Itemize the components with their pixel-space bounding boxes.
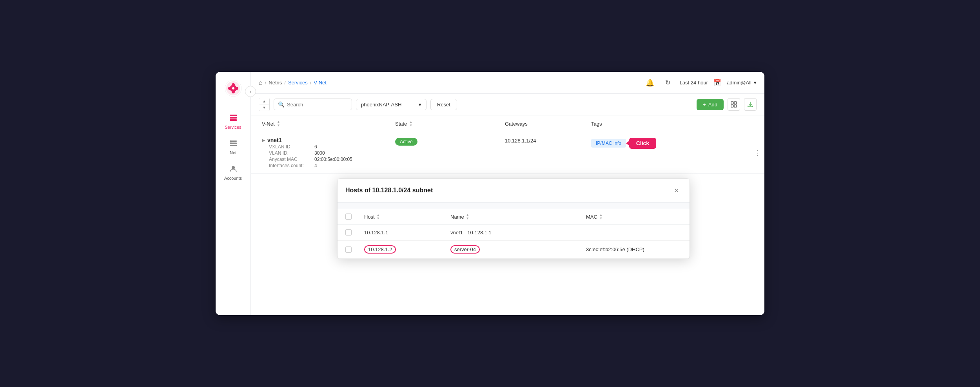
svg-point-15 bbox=[230, 142, 232, 144]
add-label: Add bbox=[708, 102, 717, 108]
modal-td-name-1: vnet1 - 10.128.1.1 bbox=[447, 225, 583, 240]
modal-td-name-2: server-04 bbox=[447, 241, 583, 258]
sidebar-collapse-button[interactable]: › bbox=[245, 86, 256, 97]
row-checkbox-2[interactable] bbox=[345, 246, 352, 253]
modal-th-name-label: Name bbox=[450, 214, 464, 220]
vlan-id-label: VLAN ID: bbox=[269, 150, 312, 156]
calendar-icon[interactable]: 📅 bbox=[713, 79, 721, 86]
svg-rect-18 bbox=[734, 102, 737, 104]
modal-close-button[interactable]: ✕ bbox=[671, 185, 682, 196]
time-range: Last 24 hour bbox=[680, 80, 708, 86]
add-button[interactable]: + Add bbox=[697, 99, 724, 110]
modal-td-host-2: 10.128.1.2 bbox=[361, 241, 447, 258]
select-all-checkbox[interactable] bbox=[345, 214, 352, 220]
modal-th-name: Name ▲▼ bbox=[447, 209, 583, 224]
svg-point-4 bbox=[232, 90, 235, 93]
vnet-cell: ▶ vnet1 VXLAN ID: 6 VLAN ID: 3000 bbox=[259, 132, 392, 173]
row-checkbox[interactable] bbox=[345, 229, 352, 235]
modal-td-mac-2: 3c:ec:ef:b2:06:5e (DHCP) bbox=[583, 242, 685, 257]
mac-sort-arrows[interactable]: ▲▼ bbox=[599, 213, 603, 220]
anycast-mac-label: Anycast MAC: bbox=[269, 157, 312, 162]
th-vnet: V-Net ▲▼ bbox=[259, 115, 392, 132]
vxlan-id-label: VXLAN ID: bbox=[269, 144, 312, 150]
click-badge: Click bbox=[629, 138, 656, 149]
expand-arrow[interactable]: ▶ bbox=[262, 138, 265, 143]
sidebar-item-label-services: Services bbox=[225, 125, 241, 130]
user-menu[interactable]: admin@All ▾ bbox=[727, 80, 757, 86]
modal-td-host-1: 10.128.1.1 bbox=[361, 225, 447, 240]
vxlan-id-value: 6 bbox=[314, 144, 317, 150]
sidebar-item-net[interactable]: Net bbox=[216, 135, 250, 159]
vlan-id-value: 3000 bbox=[314, 150, 325, 156]
svg-point-3 bbox=[232, 83, 235, 86]
host-sort-arrows[interactable]: ▲▼ bbox=[377, 213, 380, 220]
sidebar: › Services bbox=[216, 72, 251, 315]
site-selector[interactable]: phoenixNAP-ASH ▾ bbox=[356, 99, 426, 110]
svg-rect-19 bbox=[731, 105, 733, 107]
search-icon: 🔍 bbox=[278, 101, 285, 108]
modal-th-checkbox bbox=[342, 209, 361, 224]
home-icon: ⌂ bbox=[259, 79, 263, 86]
sort-buttons[interactable]: ▲ ▼ bbox=[259, 98, 270, 111]
notifications-button[interactable]: 🔔 bbox=[644, 77, 656, 89]
highlighted-name: server-04 bbox=[450, 245, 480, 254]
sidebar-item-label-net: Net bbox=[230, 150, 236, 155]
ip-mac-info-button[interactable]: IP/MAC Info bbox=[591, 139, 626, 148]
row-menu-button[interactable]: ⋮ bbox=[754, 148, 761, 157]
sort-up-button[interactable]: ▲ bbox=[259, 98, 269, 104]
svg-rect-10 bbox=[230, 119, 237, 121]
svg-point-5 bbox=[228, 87, 231, 90]
sidebar-header: › bbox=[216, 77, 250, 106]
vnet-name: vnet1 bbox=[267, 137, 282, 143]
modal-row: 10.128.1.2 server-04 3c:ec:ef:b2:06:5e (… bbox=[338, 241, 690, 259]
chevron-down-icon: ▾ bbox=[754, 80, 757, 86]
sort-down-button[interactable]: ▼ bbox=[259, 104, 269, 111]
export-button[interactable] bbox=[744, 98, 757, 111]
th-gateways-label: Gateways bbox=[505, 121, 528, 127]
modal-header: Hosts of 10.128.1.0/24 subnet ✕ bbox=[338, 179, 690, 203]
sidebar-item-services[interactable]: Services bbox=[216, 110, 250, 133]
chevron-down-icon: ▾ bbox=[419, 102, 421, 108]
th-tags: Tags bbox=[588, 115, 757, 132]
state-sort-arrows[interactable]: ▲▼ bbox=[409, 120, 412, 127]
accounts-icon bbox=[229, 164, 238, 174]
breadcrumb-sep3: / bbox=[310, 80, 312, 86]
svg-rect-17 bbox=[731, 102, 733, 104]
reset-button[interactable]: Reset bbox=[430, 99, 457, 110]
modal-td-mac-1: - bbox=[583, 225, 685, 240]
modal-table-header: Host ▲▼ Name ▲▼ MAC ▲▼ bbox=[338, 209, 690, 225]
plus-icon: + bbox=[703, 102, 706, 108]
breadcrumb-services: Services bbox=[288, 80, 308, 86]
site-selector-label: phoenixNAP-ASH bbox=[361, 102, 401, 108]
sidebar-nav: Services Net bbox=[216, 110, 250, 184]
layout-button[interactable] bbox=[728, 98, 740, 111]
modal-spacer bbox=[338, 203, 690, 209]
user-label: admin@All bbox=[727, 80, 751, 86]
interfaces-label: Interfaces count: bbox=[269, 163, 312, 168]
services-icon bbox=[229, 113, 238, 123]
name-sort-arrows[interactable]: ▲▼ bbox=[466, 213, 469, 220]
net-icon bbox=[229, 139, 238, 149]
vnet-sort-arrows[interactable]: ▲▼ bbox=[277, 120, 280, 127]
status-badge: Active bbox=[395, 138, 417, 146]
search-input[interactable] bbox=[287, 102, 348, 108]
sidebar-item-accounts[interactable]: Accounts bbox=[216, 161, 250, 184]
sidebar-item-label-accounts: Accounts bbox=[224, 176, 242, 181]
svg-point-14 bbox=[230, 141, 232, 142]
search-box: 🔍 bbox=[274, 99, 352, 110]
main-content: ⌂ / Netris / Services / V-Net 🔔 ↻ Last 2… bbox=[251, 72, 764, 315]
svg-rect-13 bbox=[230, 145, 237, 146]
th-tags-label: Tags bbox=[591, 121, 602, 127]
state-cell: Active bbox=[392, 132, 502, 150]
topbar-right: 🔔 ↻ Last 24 hour 📅 admin@All ▾ bbox=[644, 77, 757, 89]
breadcrumb-sep2: / bbox=[284, 80, 286, 86]
modal-td-checkbox-2 bbox=[342, 242, 361, 257]
modal-th-mac: MAC ▲▼ bbox=[583, 209, 685, 224]
refresh-button[interactable]: ↻ bbox=[662, 77, 674, 89]
modal-td-checkbox bbox=[342, 225, 361, 240]
toolbar: ▲ ▼ 🔍 phoenixNAP-ASH ▾ Reset + Add bbox=[251, 94, 764, 115]
modal-th-host-label: Host bbox=[364, 214, 375, 220]
breadcrumb-sep1: / bbox=[265, 80, 267, 86]
breadcrumb-vnet: V-Net bbox=[314, 80, 327, 86]
svg-rect-8 bbox=[230, 115, 237, 116]
